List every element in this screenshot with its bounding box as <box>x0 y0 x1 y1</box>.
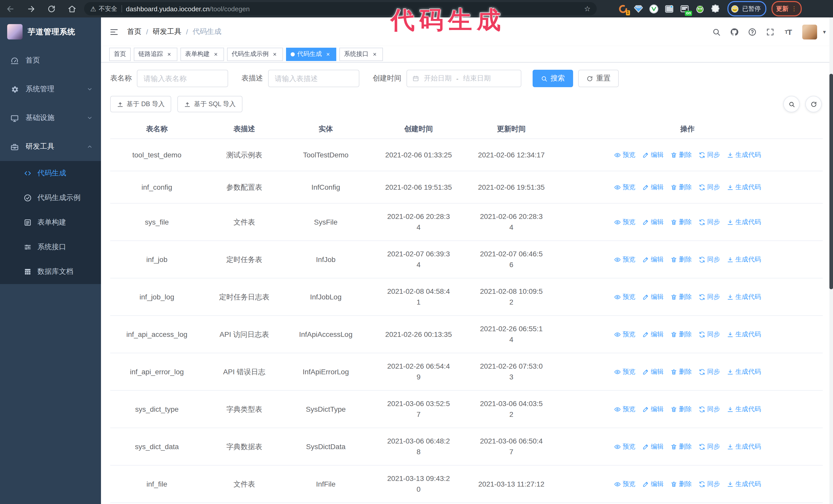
caret-down-icon[interactable]: ▾ <box>823 28 826 35</box>
breadcrumb-item[interactable]: 首页 <box>127 27 142 37</box>
table-name-input[interactable] <box>137 70 228 87</box>
search-icon[interactable] <box>710 25 723 39</box>
close-icon[interactable]: × <box>325 50 332 58</box>
edit-link[interactable]: 编辑 <box>642 182 664 193</box>
tab-codegen[interactable]: 代码生成× <box>286 47 336 61</box>
generate-code-link[interactable]: 生成代码 <box>727 254 761 265</box>
generate-code-link[interactable]: 生成代码 <box>727 149 761 160</box>
sync-link[interactable]: 同步 <box>698 366 720 377</box>
sidebar-item-system-manage[interactable]: 系统管理 <box>0 75 101 103</box>
sidebar-item-db-doc[interactable]: 数据库文档 <box>0 259 101 284</box>
sidebar-item-home[interactable]: 首页 <box>0 46 101 75</box>
preview-link[interactable]: 预览 <box>614 291 635 302</box>
sync-link[interactable]: 同步 <box>698 217 720 227</box>
user-avatar[interactable] <box>803 24 817 39</box>
delete-link[interactable]: 删除 <box>670 366 692 377</box>
tab-trace[interactable]: 链路追踪× <box>134 47 177 61</box>
extension-robot-icon[interactable] <box>695 4 705 14</box>
sidebar-item-codegen[interactable]: 代码生成 <box>0 161 101 186</box>
preview-link[interactable]: 预览 <box>614 254 635 265</box>
hamburger-icon[interactable] <box>109 27 119 37</box>
edit-link[interactable]: 编辑 <box>642 254 664 265</box>
extension-puzzle-icon[interactable] <box>711 4 720 14</box>
update-button[interactable]: 更新 ⋮ <box>771 1 802 17</box>
sidebar-item-dev-tools[interactable]: 研发工具 <box>0 132 101 161</box>
refresh-button[interactable] <box>805 96 822 112</box>
sync-link[interactable]: 同步 <box>698 149 720 160</box>
generate-code-link[interactable]: 生成代码 <box>727 291 761 302</box>
delete-link[interactable]: 删除 <box>670 254 692 265</box>
generate-code-link[interactable]: 生成代码 <box>727 217 761 227</box>
close-icon[interactable]: × <box>271 50 278 58</box>
edit-link[interactable]: 编辑 <box>642 479 664 489</box>
browser-reload-icon[interactable] <box>41 0 62 18</box>
sync-link[interactable]: 同步 <box>698 441 720 452</box>
font-size-icon[interactable]: TT <box>782 25 795 39</box>
search-button[interactable]: 搜索 <box>532 70 573 87</box>
fullscreen-icon[interactable] <box>764 25 777 39</box>
extension-shield-icon[interactable] <box>649 4 659 14</box>
close-icon[interactable]: × <box>212 50 219 58</box>
edit-link[interactable]: 编辑 <box>642 404 664 414</box>
delete-link[interactable]: 删除 <box>670 404 692 414</box>
extension-gem-icon[interactable] <box>634 4 643 14</box>
edit-link[interactable]: 编辑 <box>642 291 664 302</box>
scrollbar[interactable] <box>829 18 833 504</box>
edit-link[interactable]: 编辑 <box>642 441 664 452</box>
close-icon[interactable]: × <box>166 50 173 58</box>
browser-forward-icon[interactable] <box>21 0 41 18</box>
preview-link[interactable]: 预览 <box>614 149 635 160</box>
edit-link[interactable]: 编辑 <box>642 217 664 227</box>
address-bar[interactable]: ⚠不安全 dashboard.yudao.iocoder.cn/tool/cod… <box>84 2 597 16</box>
preview-link[interactable]: 预览 <box>614 441 635 452</box>
delete-link[interactable]: 删除 <box>670 291 692 302</box>
sidebar-item-system-api[interactable]: 系统接口 <box>0 235 101 259</box>
extension-orange-ring-icon[interactable]: 1 <box>618 4 628 14</box>
sync-link[interactable]: 同步 <box>698 404 720 414</box>
preview-link[interactable]: 预览 <box>614 329 635 340</box>
generate-code-link[interactable]: 生成代码 <box>727 479 761 489</box>
generate-code-link[interactable]: 生成代码 <box>727 441 761 452</box>
toggle-search-button[interactable] <box>783 96 800 112</box>
paused-pill[interactable]: 已暂停 <box>728 1 766 17</box>
help-icon[interactable] <box>745 25 759 39</box>
extension-dark-icon[interactable]: on <box>680 4 689 14</box>
sync-link[interactable]: 同步 <box>698 254 720 265</box>
tab-form-build[interactable]: 表单构建× <box>181 47 224 61</box>
sync-link[interactable]: 同步 <box>698 182 720 193</box>
delete-link[interactable]: 删除 <box>670 217 692 227</box>
close-icon[interactable]: × <box>371 50 378 58</box>
delete-link[interactable]: 删除 <box>670 441 692 452</box>
sidebar-item-form-build[interactable]: 表单构建 <box>0 210 101 235</box>
import-db-button[interactable]: 基于 DB 导入 <box>110 96 171 112</box>
edit-link[interactable]: 编辑 <box>642 329 664 340</box>
sync-link[interactable]: 同步 <box>698 479 720 489</box>
reset-button[interactable]: 重置 <box>578 70 619 87</box>
sync-link[interactable]: 同步 <box>698 329 720 340</box>
generate-code-link[interactable]: 生成代码 <box>727 366 761 377</box>
edit-link[interactable]: 编辑 <box>642 149 664 160</box>
generate-code-link[interactable]: 生成代码 <box>727 182 761 193</box>
sidebar-item-codegen-example[interactable]: 代码生成示例 <box>0 186 101 210</box>
github-icon[interactable] <box>728 25 741 39</box>
import-sql-button[interactable]: 基于 SQL 导入 <box>177 96 242 112</box>
breadcrumb-item[interactable]: 研发工具 <box>153 27 182 37</box>
sidebar-item-infrastructure[interactable]: 基础设施 <box>0 103 101 132</box>
browser-home-icon[interactable] <box>62 0 82 18</box>
sync-link[interactable]: 同步 <box>698 291 720 302</box>
tab-system-api[interactable]: 系统接口× <box>339 47 383 61</box>
date-range-picker[interactable]: 开始日期 - 结束日期 <box>406 70 521 87</box>
delete-link[interactable]: 删除 <box>670 182 692 193</box>
generate-code-link[interactable]: 生成代码 <box>727 329 761 340</box>
table-desc-input[interactable] <box>268 70 359 87</box>
menu-dots-icon[interactable]: ⋮ <box>791 6 797 12</box>
browser-back-icon[interactable] <box>0 0 21 18</box>
preview-link[interactable]: 预览 <box>614 404 635 414</box>
delete-link[interactable]: 删除 <box>670 329 692 340</box>
security-warning[interactable]: ⚠不安全 <box>90 4 117 13</box>
extension-columns-icon[interactable] <box>664 4 674 14</box>
tab-codegen-example[interactable]: 代码生成示例× <box>227 47 283 61</box>
delete-link[interactable]: 删除 <box>670 149 692 160</box>
preview-link[interactable]: 预览 <box>614 217 635 227</box>
scrollbar-thumb[interactable] <box>829 74 833 289</box>
